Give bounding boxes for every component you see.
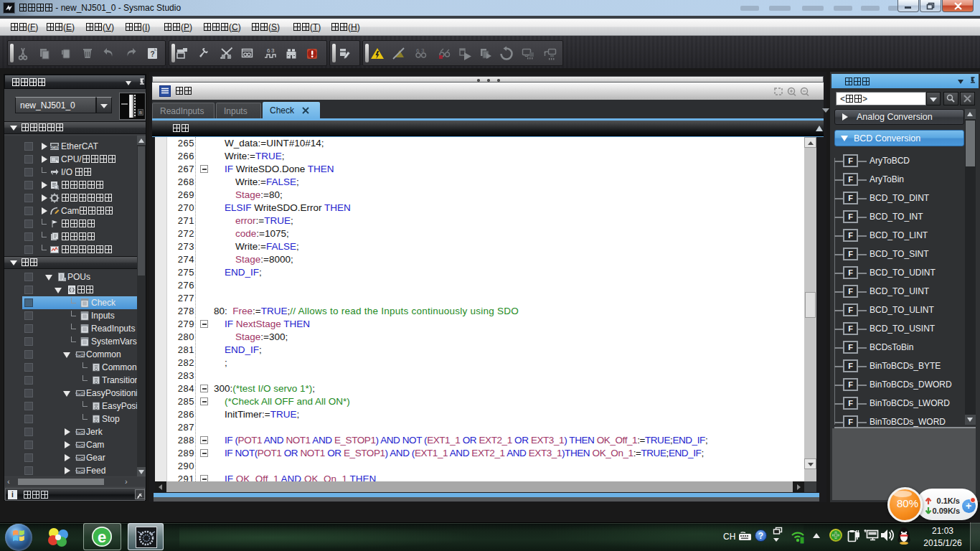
svg-text:I+O: I+O [77, 456, 84, 461]
svg-text:?: ? [150, 50, 154, 58]
svg-text:I+O: I+O [77, 392, 84, 396]
svg-text:3: 3 [271, 47, 275, 54]
svg-text:ECAT: ECAT [50, 146, 60, 150]
svg-text:I+O: I+O [77, 469, 84, 474]
svg-text:I+O: I+O [77, 430, 84, 435]
svg-text:I+O: I+O [77, 443, 84, 448]
svg-text:I+O: I+O [77, 353, 84, 357]
svg-text:6: 6 [267, 47, 270, 54]
svg-text:e: e [98, 528, 106, 546]
